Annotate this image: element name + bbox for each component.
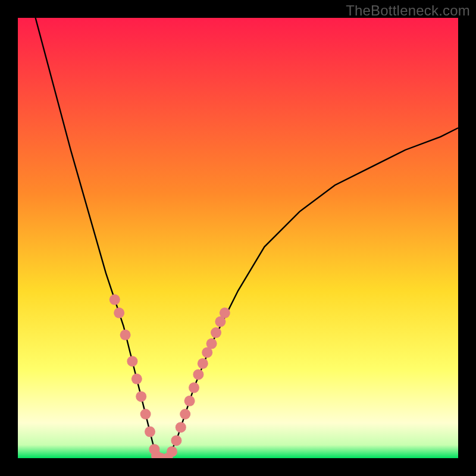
data-dot xyxy=(189,383,199,393)
data-dot xyxy=(120,330,131,340)
plot-area xyxy=(18,18,458,458)
data-dot xyxy=(198,358,208,369)
chart-container: TheBottleneck.com xyxy=(0,0,476,476)
data-dot xyxy=(109,295,120,305)
data-dot xyxy=(211,327,221,338)
data-dot xyxy=(206,339,217,349)
gradient-background xyxy=(18,18,458,458)
watermark-text: TheBottleneck.com xyxy=(346,2,470,19)
data-dot xyxy=(127,356,137,367)
data-dot xyxy=(220,308,230,318)
data-dot xyxy=(131,374,142,384)
data-dot xyxy=(180,409,190,419)
data-dot xyxy=(136,391,146,402)
data-dot xyxy=(140,409,151,419)
data-dot xyxy=(114,308,124,318)
bottleneck-chart xyxy=(18,18,458,458)
data-dot xyxy=(193,369,203,380)
data-dot xyxy=(184,396,195,406)
data-dot xyxy=(167,446,177,457)
data-dot xyxy=(145,427,155,437)
data-dot xyxy=(176,422,186,433)
data-dot xyxy=(171,435,181,446)
